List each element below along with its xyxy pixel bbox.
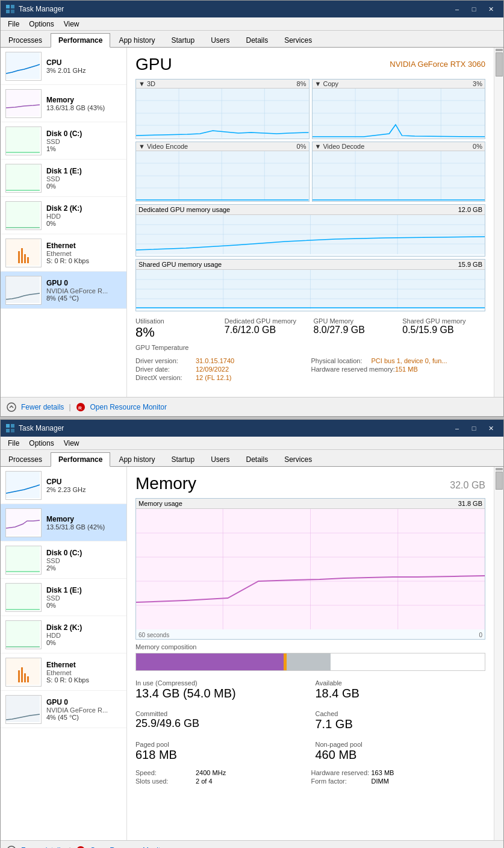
maximize-btn-2[interactable]: □ bbox=[466, 422, 482, 434]
close-btn-2[interactable]: ✕ bbox=[483, 422, 499, 434]
tab-apphistory-2[interactable]: App history bbox=[111, 452, 163, 466]
cpu-val-2: 2% 2.23 GHz bbox=[46, 486, 122, 493]
disk1-name-2: Disk 1 (E:) bbox=[46, 586, 122, 594]
disk2-name-1: Disk 2 (K:) bbox=[46, 204, 122, 213]
sidebar-item-gpu-1[interactable]: GPU 0 NVIDIA GeForce R... 8% (45 °C) bbox=[1, 272, 126, 309]
tab-services-2[interactable]: Services bbox=[276, 452, 320, 466]
gpu-name-1: GPU 0 bbox=[46, 279, 122, 287]
panel-subtitle-1: NVIDIA GeForce RTX 3060 bbox=[390, 60, 485, 69]
gpu-val-1: 8% (45 °C) bbox=[46, 295, 122, 302]
menu-view-2[interactable]: View bbox=[59, 438, 84, 449]
sidebar-item-eth-1[interactable]: Ethernet Ethernet S: 0 R: 0 Kbps bbox=[1, 234, 126, 272]
scroll-up-btn[interactable] bbox=[496, 49, 503, 51]
disk0-val-2: 2% bbox=[46, 564, 122, 572]
title-controls-2: – □ ✕ bbox=[449, 422, 499, 434]
sidebar-item-disk1-2[interactable]: Disk 1 (E:) SSD 0% bbox=[1, 579, 126, 616]
dedicated-header: Dedicated GPU memory usage 12.0 GB bbox=[136, 205, 485, 215]
mf-key: Form factor: bbox=[311, 778, 372, 785]
menu-options-1[interactable]: Options bbox=[24, 19, 58, 30]
mem-composition-bar bbox=[135, 653, 485, 671]
svg-rect-68 bbox=[6, 429, 10, 432]
eth-val-1: S: 0 R: 0 Kbps bbox=[46, 257, 122, 264]
driver-version-row: Driver version: 31.0.15.1740 bbox=[135, 357, 310, 364]
stat-sh-val: 0.5/15.9 GB bbox=[402, 325, 485, 335]
gpu-charts-grid: ▼ 3D 8% bbox=[135, 79, 485, 202]
minimize-btn-2[interactable]: – bbox=[449, 422, 465, 434]
resource-monitor-icon-2: R bbox=[76, 846, 86, 849]
mem-stats-grid: In use (Compressed) 13.4 GB (54.0 MB) Av… bbox=[135, 679, 485, 762]
mem-total: 32.0 GB bbox=[450, 480, 485, 491]
chart-vdecode: ▼ Video Decode 0% bbox=[312, 142, 486, 202]
tab-startup-2[interactable]: Startup bbox=[163, 452, 202, 466]
gpu-info-2: GPU 0 NVIDIA GeForce R... 4% (45 °C) bbox=[46, 698, 122, 721]
app-icon-1 bbox=[5, 4, 15, 14]
tab-details-1[interactable]: Details bbox=[238, 33, 276, 47]
title-bar-text-1: Task Manager bbox=[19, 5, 449, 13]
tab-services-1[interactable]: Services bbox=[276, 33, 320, 47]
menu-file-1[interactable]: File bbox=[3, 19, 24, 30]
tab-startup-1[interactable]: Startup bbox=[163, 33, 202, 47]
eth-thumb-1 bbox=[5, 238, 42, 267]
chart-vencode-val: 0% bbox=[297, 143, 306, 150]
disk0-name-2: Disk 0 (C:) bbox=[46, 549, 122, 557]
stat-util-label: Utilisation bbox=[135, 317, 219, 325]
scroll-thumb-1[interactable] bbox=[496, 52, 503, 76]
tab-performance-1[interactable]: Performance bbox=[51, 33, 110, 48]
sidebar-item-mem-2[interactable]: Memory 13.5/31.8 GB (42%) bbox=[1, 504, 126, 541]
sidebar-item-eth-2[interactable]: Ethernet Ethernet S: 0 R: 0 Kbps bbox=[1, 653, 126, 691]
chart-3d-label: ▼ 3D 8% bbox=[136, 80, 309, 89]
driver-info-1: Driver version: 31.0.15.1740 Physical lo… bbox=[135, 357, 485, 381]
eth-sub-1: Ethernet bbox=[46, 250, 122, 257]
open-resource-link-1[interactable]: Open Resource Monitor bbox=[90, 403, 167, 411]
chart-vdecode-name: ▼ Video Decode bbox=[315, 143, 365, 150]
scroll-up-btn-2[interactable] bbox=[496, 468, 503, 470]
minimize-btn-1[interactable]: – bbox=[449, 3, 465, 15]
tab-processes-1[interactable]: Processes bbox=[1, 33, 50, 47]
chart-copy-inner bbox=[313, 89, 485, 138]
mem-composition-label: Memory composition bbox=[135, 643, 485, 650]
sidebar-item-disk1-1[interactable]: Disk 1 (E:) SSD 0% bbox=[1, 160, 126, 197]
tab-details-2[interactable]: Details bbox=[238, 452, 276, 466]
menu-file-2[interactable]: File bbox=[3, 438, 24, 449]
disk2-name-2: Disk 2 (K:) bbox=[46, 623, 122, 632]
svg-rect-1 bbox=[11, 5, 14, 8]
sidebar-item-cpu-2[interactable]: CPU 2% 2.23 GHz bbox=[1, 467, 126, 504]
tab-users-2[interactable]: Users bbox=[203, 452, 237, 466]
sidebar-item-disk0-2[interactable]: Disk 0 (C:) SSD 2% bbox=[1, 541, 126, 579]
tab-processes-2[interactable]: Processes bbox=[1, 452, 50, 466]
tab-performance-2[interactable]: Performance bbox=[51, 452, 110, 467]
nonpaged-label: Non-paged pool bbox=[316, 741, 486, 748]
sidebar-item-mem-1[interactable]: Memory 13.6/31.8 GB (43%) bbox=[1, 85, 126, 122]
fewer-details-link-1[interactable]: Fewer details bbox=[21, 403, 64, 411]
disk1-info-2: Disk 1 (E:) SSD 0% bbox=[46, 586, 122, 609]
svg-rect-76 bbox=[6, 621, 40, 647]
sidebar-item-disk2-2[interactable]: Disk 2 (K:) HDD 0% bbox=[1, 616, 126, 653]
content-area-1: CPU 3% 2.01 GHz Memory 13.6/31.8 GB (43%… bbox=[1, 48, 503, 397]
menu-view-1[interactable]: View bbox=[59, 19, 84, 30]
chart-3d-val: 8% bbox=[297, 80, 306, 87]
sidebar-item-disk2-1[interactable]: Disk 2 (K:) HDD 0% bbox=[1, 197, 126, 234]
close-btn-1[interactable]: ✕ bbox=[483, 3, 499, 15]
sidebar-item-cpu-1[interactable]: CPU 3% 2.01 GHz bbox=[1, 48, 126, 85]
panel-title-1: GPU bbox=[135, 55, 172, 74]
mem-usage-label: Memory usage bbox=[138, 500, 182, 507]
sidebar-item-disk0-1[interactable]: Disk 0 (C:) SSD 1% bbox=[1, 122, 126, 160]
content-area-2: CPU 2% 2.23 GHz Memory 13.5/31.8 GB (42%… bbox=[1, 467, 503, 840]
open-resource-link-2[interactable]: Open Resource Monitor bbox=[90, 846, 167, 849]
tab-users-1[interactable]: Users bbox=[203, 33, 237, 47]
fewer-details-link-2[interactable]: Fewer details bbox=[21, 846, 64, 849]
disk1-thumb-2 bbox=[5, 583, 42, 612]
mem-seg-inuse bbox=[136, 653, 284, 670]
maximize-btn-1[interactable]: □ bbox=[466, 3, 482, 15]
dedicated-label: Dedicated GPU memory usage bbox=[138, 206, 230, 213]
commit-label: Committed bbox=[135, 710, 306, 717]
scrollbar-1[interactable] bbox=[494, 48, 503, 397]
scrollbar-2[interactable] bbox=[494, 467, 503, 840]
tab-apphistory-1[interactable]: App history bbox=[111, 33, 163, 47]
mem-info-2: Memory 13.5/31.8 GB (42%) bbox=[46, 515, 122, 531]
sidebar-item-gpu-2[interactable]: GPU 0 NVIDIA GeForce R... 4% (45 °C) bbox=[1, 691, 126, 728]
disk2-info-1: Disk 2 (K:) HDD 0% bbox=[46, 204, 122, 227]
eth-name-2: Ethernet bbox=[46, 661, 122, 669]
menu-options-2[interactable]: Options bbox=[24, 438, 58, 449]
scroll-thumb-2[interactable] bbox=[496, 472, 503, 490]
